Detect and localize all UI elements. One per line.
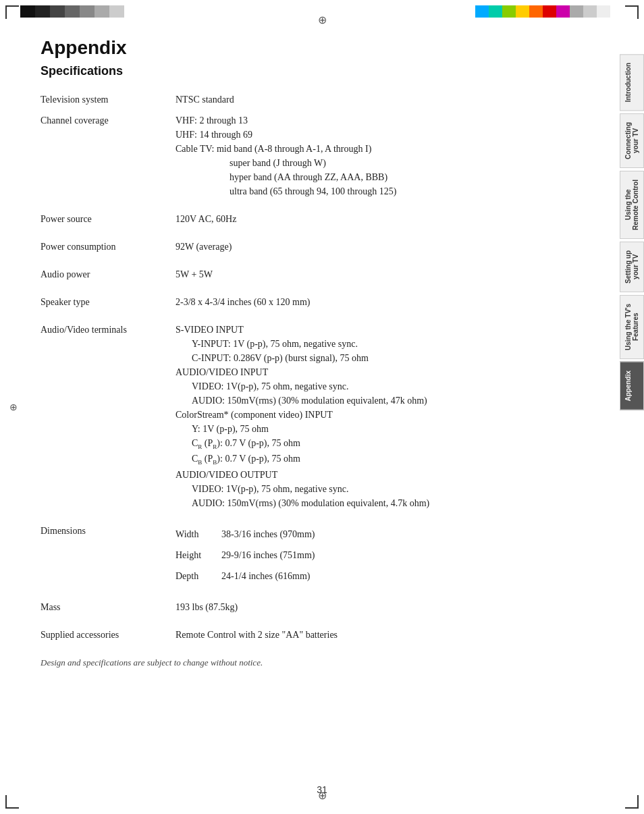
page-container: ⊕ Introduction Connectingyour TV Using t… bbox=[0, 0, 644, 814]
page-title: Appendix bbox=[41, 37, 607, 59]
sidebar-tab-setting[interactable]: Setting upyour TV bbox=[620, 242, 644, 292]
sidebar-tab-introduction[interactable]: Introduction bbox=[620, 54, 644, 111]
table-row: Power consumption 92W (average) bbox=[41, 236, 607, 257]
spec-value-audio-power: 5W + 5W bbox=[176, 264, 607, 285]
color-block-1 bbox=[20, 5, 35, 18]
spec-value-tv-system: NTSC standard bbox=[176, 89, 607, 110]
spec-label-channel: Channel coverage bbox=[41, 110, 176, 202]
color-block-r10 bbox=[597, 5, 610, 18]
sidebar-tab-remote[interactable]: Using theRemote Control bbox=[620, 171, 644, 239]
section-title: Specifications bbox=[41, 64, 607, 78]
color-block-3 bbox=[50, 5, 65, 18]
spec-value-accessories: Remote Control with 2 size "AA" batterie… bbox=[176, 624, 607, 645]
table-row: Television system NTSC standard bbox=[41, 89, 607, 110]
corner-mark-tr bbox=[625, 5, 639, 19]
color-block-6 bbox=[95, 5, 109, 18]
corner-mark-br bbox=[625, 795, 639, 809]
color-block-r7 bbox=[556, 5, 570, 18]
spec-label-power-source: Power source bbox=[41, 209, 176, 229]
color-block-5 bbox=[80, 5, 95, 18]
spec-label-power-consumption: Power consumption bbox=[41, 236, 176, 257]
color-block-r4 bbox=[516, 5, 529, 18]
main-content: Appendix Specifications Television syste… bbox=[41, 37, 607, 780]
table-row: Power source 120V AC, 60Hz bbox=[41, 209, 607, 229]
table-row: Speaker type 2-3/8 x 4-3/4 inches (60 x … bbox=[41, 292, 607, 313]
sidebar-tab-appendix[interactable]: Appendix bbox=[620, 362, 644, 410]
spec-value-power-source: 120V AC, 60Hz bbox=[176, 209, 607, 229]
sidebar-tab-connecting[interactable]: Connectingyour TV bbox=[620, 113, 644, 168]
spec-table: Television system NTSC standard Channel … bbox=[41, 89, 607, 645]
sidebar-tab-features[interactable]: Using the TV'sFeatures bbox=[620, 295, 644, 359]
color-block-r6 bbox=[543, 5, 556, 18]
color-block-4 bbox=[65, 5, 80, 18]
table-row: Supplied accessories Remote Control with… bbox=[41, 624, 607, 645]
spec-label-tv-system: Television system bbox=[41, 89, 176, 110]
spec-label-speaker: Speaker type bbox=[41, 292, 176, 313]
spec-value-speaker: 2-3/8 x 4-3/4 inches (60 x 120 mm) bbox=[176, 292, 607, 313]
top-left-color-strip bbox=[20, 5, 124, 18]
spec-label-mass: Mass bbox=[41, 597, 176, 618]
spec-label-accessories: Supplied accessories bbox=[41, 624, 176, 645]
table-row: Mass 193 lbs (87.5kg) bbox=[41, 597, 607, 618]
bottom-center-mark: ⊕ bbox=[318, 789, 327, 802]
left-mid-mark: ⊕ bbox=[9, 402, 18, 413]
spec-value-dimensions: Width 38-3/16 inches (970mm) Height 29-9… bbox=[176, 520, 607, 590]
color-block-r1 bbox=[475, 5, 489, 18]
table-row: Audio power 5W + 5W bbox=[41, 264, 607, 285]
top-center-mark: ⊕ bbox=[318, 13, 327, 26]
sidebar: Introduction Connectingyour TV Using the… bbox=[620, 54, 644, 413]
color-block-r8 bbox=[570, 5, 583, 18]
spec-value-av-terminals: S-VIDEO INPUT Y-INPUT: 1V (p-p), 75 ohm,… bbox=[176, 319, 607, 514]
table-row: Audio/Video terminals S-VIDEO INPUT Y-IN… bbox=[41, 319, 607, 514]
corner-mark-tl bbox=[5, 5, 19, 19]
table-row: Channel coverage VHF: 2 through 13 UHF: … bbox=[41, 110, 607, 202]
spec-label-dimensions: Dimensions bbox=[41, 520, 176, 590]
top-right-color-strip bbox=[475, 5, 610, 18]
spec-label-av-terminals: Audio/Video terminals bbox=[41, 319, 176, 514]
color-block-2 bbox=[35, 5, 50, 18]
color-block-r3 bbox=[502, 5, 516, 18]
spec-label-audio-power: Audio power bbox=[41, 264, 176, 285]
footnote: Design and specifications are subject to… bbox=[41, 657, 607, 668]
color-block-r5 bbox=[529, 5, 543, 18]
color-block-7 bbox=[109, 5, 124, 18]
color-block-r2 bbox=[489, 5, 502, 18]
corner-mark-bl bbox=[5, 795, 19, 809]
color-block-r9 bbox=[583, 5, 597, 18]
spec-value-mass: 193 lbs (87.5kg) bbox=[176, 597, 607, 618]
spec-value-power-consumption: 92W (average) bbox=[176, 236, 607, 257]
table-row: Dimensions Width 38-3/16 inches (970mm) … bbox=[41, 520, 607, 590]
spec-value-channel: VHF: 2 through 13 UHF: 14 through 69 Cab… bbox=[176, 110, 607, 202]
